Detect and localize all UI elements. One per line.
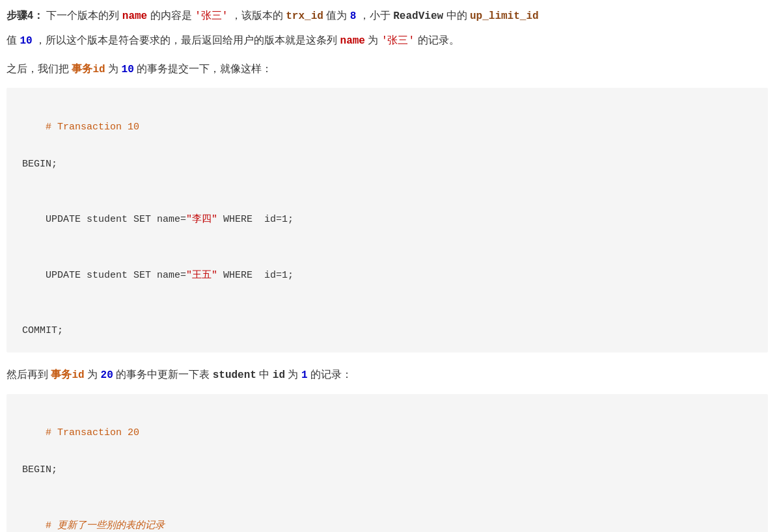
up-limit-code: up_limit_id bbox=[470, 10, 539, 22]
name-code-1: name bbox=[122, 10, 147, 22]
trx-id-code: trx_id bbox=[286, 10, 323, 22]
step-text-mid4: ，小于 bbox=[359, 10, 390, 21]
code1-line3: UPDATE student SET name="李四" WHERE id=1; bbox=[22, 193, 752, 248]
trans1-pre: 之后，我们把 bbox=[7, 63, 69, 74]
code1-l3-pre: UPDATE student SET name= bbox=[46, 214, 186, 225]
code2-zh-comment: 更新了一些别的表的记录 bbox=[51, 520, 165, 531]
trans2-pre: 然后再到 bbox=[7, 369, 48, 380]
shiwu-id-2: 事务id bbox=[51, 369, 84, 381]
num-10-line2: 10 bbox=[20, 35, 32, 47]
code2-comment2: # 更新了一些别的表的记录 bbox=[22, 498, 752, 532]
num-8: 8 bbox=[350, 10, 357, 22]
id-code-t2: id bbox=[273, 369, 285, 381]
readview-code: ReadView bbox=[393, 10, 443, 22]
step4-paragraph: 步骤4： 下一个版本的列 name 的内容是 '张三' ，该版本的 trx_id… bbox=[7, 7, 768, 26]
transition1-text: 之后，我们把 事务id 为 10 的事务提交一下，就像这样： bbox=[7, 60, 768, 79]
line2-mid: ，所以这个版本是符合要求的，最后返回给用户的版本就是这条列 bbox=[35, 34, 337, 46]
transition2-text: 然后再到 事务id 为 20 的事务中更新一下表 student 中 id 为 … bbox=[7, 366, 768, 385]
line2-pre: 值 bbox=[7, 34, 17, 46]
line2-end: 的记录。 bbox=[418, 34, 459, 46]
name-code-2: name bbox=[340, 35, 365, 47]
code2-comment: # Transaction 20 bbox=[22, 406, 752, 462]
code1-l4-suf: WHERE id=1; bbox=[217, 270, 294, 281]
code1-line6: COMMIT; bbox=[22, 322, 752, 341]
code2-line2 bbox=[22, 480, 752, 499]
code1-l3-str: "李四" bbox=[186, 214, 217, 225]
code1-l4-str: "王五" bbox=[186, 270, 217, 281]
code1-l3-suf: WHERE id=1; bbox=[217, 214, 294, 225]
code1-comment-text: # Transaction 10 bbox=[46, 122, 139, 133]
line2-mid2: 为 bbox=[368, 34, 378, 46]
step-text-mid5: 中的 bbox=[446, 10, 467, 21]
code1-line5 bbox=[22, 304, 752, 323]
code2-comment-text: # Transaction 20 bbox=[46, 427, 139, 438]
step-text-mid3: 值为 bbox=[326, 10, 347, 21]
code1-line4: UPDATE student SET name="王五" WHERE id=1; bbox=[22, 248, 752, 304]
trans1-mid1: 为 bbox=[108, 63, 118, 74]
code2-line1: BEGIN; bbox=[22, 461, 752, 480]
trans2-mid3: 中 bbox=[259, 369, 269, 380]
step-text-mid2: ，该版本的 bbox=[231, 10, 283, 21]
trans1-mid2: 的事务提交一下，就像这样： bbox=[137, 63, 272, 74]
step-text-mid1: 的内容是 bbox=[150, 10, 192, 21]
num-10-t1: 10 bbox=[122, 64, 134, 75]
zhangsan-quote-2: '张三' bbox=[381, 35, 415, 47]
trans2-mid1: 为 bbox=[87, 369, 98, 380]
zhangsan-quote-1: '张三' bbox=[195, 10, 228, 22]
code-block-2: # Transaction 20 BEGIN; # 更新了一些别的表的记录 ..… bbox=[7, 394, 768, 532]
student-code: student bbox=[213, 369, 256, 381]
code1-line1: BEGIN; bbox=[22, 155, 752, 174]
step4-line2: 值 10 ，所以这个版本是符合要求的，最后返回给用户的版本就是这条列 name … bbox=[7, 31, 768, 51]
trans2-end: 的记录： bbox=[310, 369, 352, 380]
step-text-pre: 下一个版本的列 bbox=[46, 10, 119, 21]
code-block-1: # Transaction 10 BEGIN; UPDATE student S… bbox=[7, 88, 768, 352]
code2-hash: # bbox=[46, 520, 51, 531]
num-1-t2: 1 bbox=[301, 369, 308, 381]
code1-comment: # Transaction 10 bbox=[22, 100, 752, 155]
trans2-mid4: 为 bbox=[288, 369, 298, 380]
code1-l4-pre: UPDATE student SET name= bbox=[46, 270, 186, 281]
step-label: 步骤4： bbox=[7, 10, 44, 21]
code1-line2 bbox=[22, 174, 752, 193]
num-20-t2: 20 bbox=[101, 369, 113, 381]
trans2-mid2: 的事务中更新一下表 bbox=[116, 369, 210, 380]
shiwu-id-1: 事务id bbox=[72, 64, 105, 75]
